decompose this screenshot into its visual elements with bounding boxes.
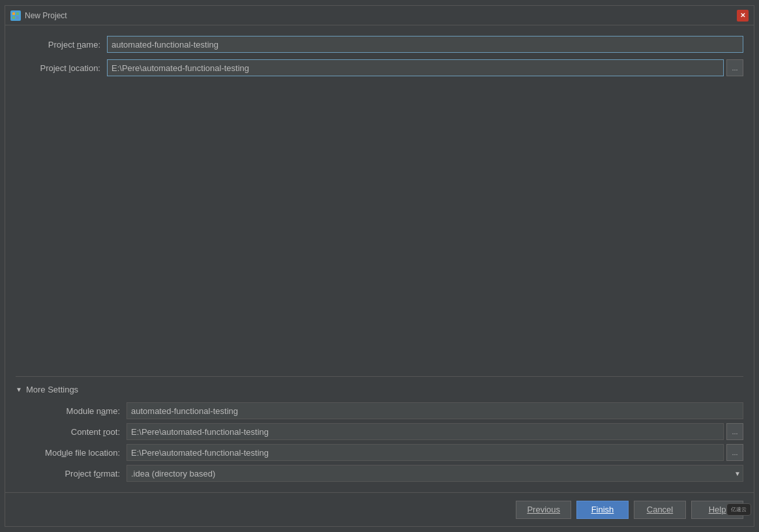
project-format-select[interactable]: .idea (directory based) .ipr (file based… (126, 465, 743, 482)
project-location-label: Project location: (16, 63, 100, 73)
svg-rect-0 (12, 12, 15, 15)
finish-button[interactable]: Finish (576, 501, 629, 519)
project-format-row: Project format: .idea (directory based) … (16, 465, 743, 482)
dialog-footer: Previous Finish Cancel Help 亿速云 (5, 492, 754, 526)
project-location-browse-button[interactable]: ... (726, 59, 743, 76)
previous-button[interactable]: Previous (516, 501, 571, 519)
project-format-label: Project format: (16, 469, 120, 479)
svg-rect-3 (16, 16, 19, 19)
app-icon (10, 10, 21, 21)
cancel-underline: C (647, 505, 653, 514)
module-file-location-browse-button[interactable]: ... (726, 444, 743, 461)
cancel-label-rest: ancel (653, 505, 673, 514)
project-location-input-wrap: ... (107, 59, 743, 76)
module-name-row: Module name: (16, 402, 743, 419)
title-bar-left: New Project (10, 10, 67, 21)
more-settings-fields: Module name: Content root: ... (16, 397, 743, 482)
content-root-label: Content root: (16, 427, 120, 437)
main-area (16, 83, 743, 370)
module-name-input[interactable] (126, 402, 743, 419)
toggle-arrow-icon: ▼ (16, 386, 22, 393)
watermark-line1: 亿速云 (731, 506, 747, 513)
project-location-row: Project location: ... (16, 59, 743, 76)
previous-underline: P (527, 505, 533, 514)
cancel-button[interactable]: Cancel (634, 501, 686, 519)
module-file-location-label: Module file location: (16, 448, 120, 458)
window-title: New Project (25, 11, 67, 20)
finish-underline: F (591, 505, 597, 514)
previous-label-rest: revious (533, 505, 560, 514)
project-name-input[interactable] (107, 36, 743, 53)
module-name-input-wrap (126, 402, 743, 419)
project-name-input-wrap (107, 36, 743, 53)
finish-label-rest: inish (597, 505, 614, 514)
project-format-select-wrap: .idea (directory based) .ipr (file based… (126, 465, 743, 482)
module-name-label: Module name: (16, 406, 120, 416)
module-file-location-input[interactable] (126, 444, 724, 461)
close-window-button[interactable]: ✕ (737, 10, 749, 22)
project-name-row: Project name: (16, 36, 743, 53)
new-project-dialog: New Project ✕ Project name: Project loca… (5, 5, 754, 527)
watermark-area: 亿速云 (702, 492, 754, 526)
project-name-label: Project name: (16, 40, 100, 50)
project-location-input[interactable] (107, 59, 724, 76)
content-root-input[interactable] (126, 423, 724, 440)
content-root-row: Content root: ... (16, 423, 743, 440)
dialog-content: Project name: Project location: ... ▼ Mo… (5, 25, 754, 492)
content-root-browse-button[interactable]: ... (726, 423, 743, 440)
module-file-location-input-wrap: ... (126, 444, 743, 461)
svg-rect-1 (16, 12, 19, 15)
more-settings-label: More Settings (26, 385, 78, 394)
project-format-select-container: .idea (directory based) .ipr (file based… (126, 465, 743, 482)
more-settings-toggle[interactable]: ▼ More Settings (16, 382, 743, 397)
svg-rect-2 (12, 16, 15, 19)
more-settings-section: ▼ More Settings Module name: Content r (16, 376, 743, 482)
watermark-badge: 亿速云 (726, 503, 751, 516)
title-bar: New Project ✕ (5, 6, 754, 25)
module-file-location-row: Module file location: ... (16, 444, 743, 461)
content-root-input-wrap: ... (126, 423, 743, 440)
